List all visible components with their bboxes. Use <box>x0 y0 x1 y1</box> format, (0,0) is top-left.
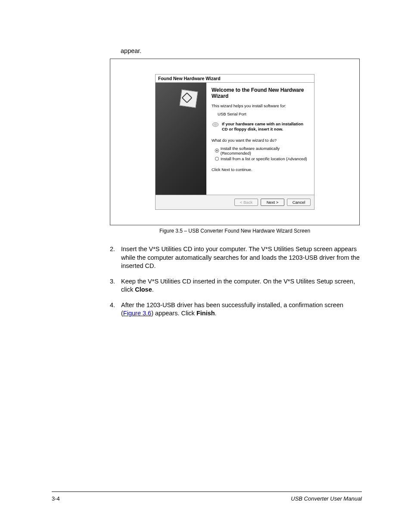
wizard-heading: Welcome to the Found New Hardware Wizard <box>212 87 309 99</box>
step-item: 4. After the 1203-USB driver has been su… <box>110 301 360 318</box>
next-button[interactable]: Next > <box>261 199 284 206</box>
cancel-button[interactable]: Cancel <box>287 199 311 206</box>
wizard-cd-hint-row: If your hardware came with an installati… <box>212 121 309 132</box>
wizard-sidebar-graphic <box>156 83 206 195</box>
radio-install-list[interactable]: Install from a list or specific location… <box>215 156 309 161</box>
intro-text-fragment: appear. <box>121 47 362 54</box>
radio-dot-icon <box>215 149 219 152</box>
back-button: < Back <box>234 199 258 206</box>
close-bold: Close <box>135 286 152 293</box>
figure-container: Found New Hardware Wizard Welcome to the… <box>110 59 360 225</box>
wizard-continue-text: Click Next to continue. <box>212 167 309 172</box>
radio-dot-icon <box>215 157 219 161</box>
finish-bold: Finish <box>196 310 215 317</box>
page-footer: 3-4 USB Converter User Manual <box>52 492 362 502</box>
step-number: 2. <box>110 245 121 271</box>
figure-link[interactable]: Figure 3.6 <box>123 310 151 317</box>
step-number: 4. <box>110 301 121 318</box>
radio-auto-label: Install the software automatically (Reco… <box>221 146 309 156</box>
footer-rule <box>52 492 362 492</box>
step-number: 3. <box>110 277 121 294</box>
wizard-question: What do you want the wizard to do? <box>212 138 309 143</box>
document-title: USB Converter User Manual <box>291 495 362 502</box>
step-text: Insert the V*S Utilities CD into your co… <box>121 245 360 271</box>
page-number: 3-4 <box>52 495 60 502</box>
step-item: 2. Insert the V*S Utilities CD into your… <box>110 245 360 271</box>
figure-caption: Figure 3.5 – USB Converter Found New Har… <box>110 228 360 234</box>
step-text: After the 1203-USB driver has been succe… <box>121 301 360 318</box>
wizard-button-row: < Back Next > Cancel <box>156 195 314 209</box>
wizard-titlebar: Found New Hardware Wizard <box>156 75 314 83</box>
cd-icon <box>212 122 219 128</box>
step-item: 3. Keep the V*S Utilities CD inserted in… <box>110 277 360 294</box>
wizard-cd-hint-text: If your hardware came with an installati… <box>222 121 309 132</box>
wizard-device-name: USB Serial Port <box>218 112 309 116</box>
step-text: Keep the V*S Utilities CD inserted in th… <box>121 277 360 294</box>
radio-list-label: Install from a list or specific location… <box>221 156 307 161</box>
radio-install-auto[interactable]: Install the software automatically (Reco… <box>215 146 309 156</box>
wizard-dialog: Found New Hardware Wizard Welcome to the… <box>155 74 314 210</box>
wizard-helps-text: This wizard helps you install software f… <box>212 103 309 108</box>
svg-point-1 <box>215 124 216 125</box>
